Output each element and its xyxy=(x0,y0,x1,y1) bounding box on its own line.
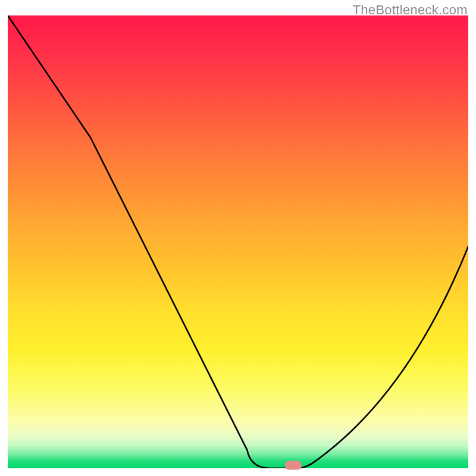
bottleneck-curve-path xyxy=(8,15,468,468)
bottleneck-chart: TheBottleneck.com xyxy=(0,0,476,476)
curve-svg xyxy=(8,15,468,468)
optimum-marker xyxy=(285,461,302,470)
plot-area xyxy=(8,15,468,468)
